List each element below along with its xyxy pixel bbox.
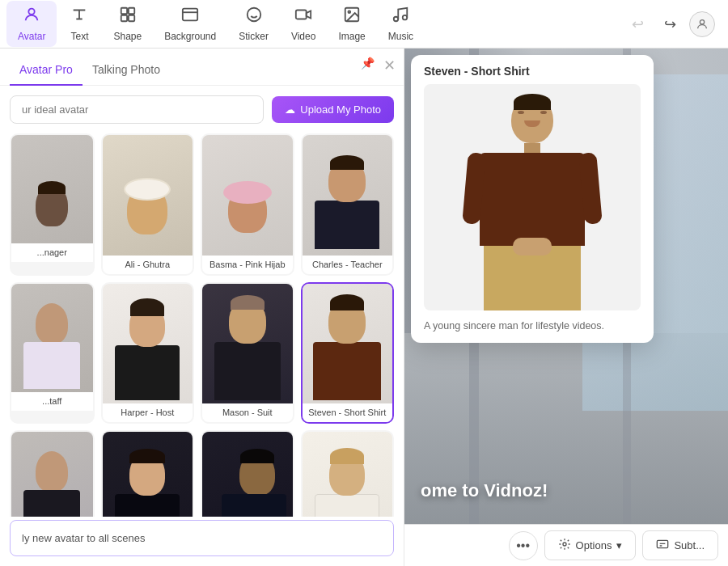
search-input[interactable] — [10, 95, 264, 124]
svg-rect-2 — [129, 8, 134, 14]
avatar-card-zion[interactable]: Zion - Suit Profile — [201, 430, 294, 517]
background-icon — [181, 6, 199, 27]
avatar-row-1: ...nager Ali - Ghutra — [10, 133, 394, 276]
toolbar-music-label: Music — [388, 31, 413, 42]
avatar-card-patrick[interactable]: Patrick - Casual — [301, 430, 395, 517]
avatar-card-partial2[interactable]: ...taff — [10, 282, 95, 424]
avatar-label-partial1: ...nager — [11, 243, 93, 262]
options-label: Options — [576, 539, 612, 551]
svg-point-12 — [700, 19, 704, 23]
toolbar-item-video[interactable]: Video — [280, 1, 327, 47]
close-icon[interactable]: ✕ — [383, 57, 396, 74]
toolbar-background-label: Background — [164, 31, 216, 42]
tab-talking-photo[interactable]: Talking Photo — [83, 55, 170, 86]
toolbar-item-music[interactable]: Music — [377, 1, 425, 47]
svg-rect-7 — [296, 11, 307, 19]
tab-avatar-pro[interactable]: Avatar Pro — [10, 55, 83, 86]
avatar-label-mason: Mason - Suit — [202, 403, 293, 422]
svg-rect-3 — [121, 15, 127, 21]
avatar-card-ali[interactable]: Ali - Ghutra — [101, 133, 195, 276]
svg-point-6 — [247, 8, 260, 22]
avatar-label-charles: Charles - Teacher — [303, 256, 393, 274]
toolbar-item-shape[interactable]: Shape — [102, 1, 153, 47]
avatar-label-steven: Steven - Short Shirt — [303, 403, 393, 422]
dots-icon: ••• — [516, 539, 530, 553]
pin-icon[interactable]: 📌 — [361, 57, 375, 70]
steven-pants — [484, 246, 581, 310]
welcome-text: ome to Vidnoz! — [421, 480, 548, 501]
svg-point-10 — [394, 17, 399, 22]
toolbar-sticker-label: Sticker — [239, 31, 269, 42]
avatar-card-partial3[interactable]: ...iness — [10, 430, 95, 517]
panel-header: Avatar Pro Talking Photo 📌 ✕ — [0, 49, 404, 86]
image-icon — [343, 6, 361, 27]
redo-button[interactable]: ↪ — [657, 11, 683, 37]
popup-title: Steven - Short Shirt — [411, 55, 654, 84]
steven-neck — [524, 143, 540, 153]
toolbar-shape-label: Shape — [113, 31, 142, 42]
avatar-card-mason[interactable]: Mason - Suit — [201, 282, 294, 424]
svg-point-9 — [348, 11, 350, 13]
toolbar-item-image[interactable]: Image — [327, 1, 376, 47]
toolbar-item-avatar[interactable]: Avatar — [6, 1, 57, 47]
toolbar-item-sticker[interactable]: Sticker — [227, 1, 280, 47]
svg-point-0 — [29, 9, 35, 15]
video-icon — [294, 6, 312, 27]
steven-head — [511, 96, 553, 143]
avatar-card-basma-casual[interactable]: Basma - Casual — [101, 430, 195, 517]
avatar-grid: ...nager Ali - Ghutra — [0, 133, 404, 517]
steven-hair — [514, 94, 551, 110]
upload-photo-button[interactable]: ☁ Upload My Photo — [272, 96, 394, 123]
canvas-bottom-bar: ••• Options ▾ Subt... — [404, 524, 728, 566]
subtitle-icon — [656, 538, 669, 553]
user-avatar-button[interactable] — [689, 11, 715, 37]
avatar-label-harper: Harper - Host — [103, 403, 193, 422]
steven-body — [480, 153, 585, 310]
sticker-icon — [245, 6, 263, 27]
avatar-card-steven[interactable]: Steven - Short Shirt — [301, 282, 395, 424]
avatar-card-harper[interactable]: Harper - Host — [101, 282, 195, 424]
steven-shirt — [480, 153, 585, 246]
svg-point-11 — [403, 15, 408, 19]
undo-button[interactable]: ↩ — [624, 11, 650, 37]
toolbar-video-label: Video — [291, 31, 315, 42]
svg-rect-1 — [121, 8, 127, 14]
avatar-icon — [23, 6, 40, 27]
avatar-label-partial2: ...taff — [11, 392, 93, 411]
avatar-label-basma-pink: Basma - Pink Hijab — [202, 256, 293, 274]
music-icon — [392, 6, 409, 27]
upload-cloud-icon: ☁ — [285, 103, 295, 116]
avatar-card-basma-pink[interactable]: Basma - Pink Hijab — [201, 133, 294, 276]
toolbar-avatar-label: Avatar — [18, 31, 45, 42]
main-area: Avatar Pro Talking Photo 📌 ✕ ☁ Upload My… — [0, 49, 728, 566]
avatar-row-3: ...iness Basma - Casual — [10, 430, 394, 517]
avatar-label-ali: Ali - Ghutra — [103, 256, 193, 274]
more-options-button[interactable]: ••• — [509, 531, 538, 560]
shape-icon — [119, 6, 137, 27]
toolbar-item-text[interactable]: Text — [57, 1, 102, 47]
text-icon — [70, 6, 88, 27]
subtitle-label: Subt... — [674, 539, 705, 551]
options-icon — [558, 538, 571, 553]
steven-avatar-figure — [455, 88, 609, 310]
bottom-notice: ly new avatar to all scenes — [10, 520, 394, 556]
main-toolbar: Avatar Text Shape Background — [0, 0, 728, 49]
chevron-down-icon: ▾ — [616, 539, 622, 551]
popup-description: A young sincere man for lifestyle videos… — [411, 320, 654, 343]
toolbar-item-background[interactable]: Background — [153, 1, 227, 47]
svg-rect-5 — [183, 9, 197, 21]
toolbar-image-label: Image — [338, 31, 365, 42]
search-area: ☁ Upload My Photo — [0, 86, 404, 133]
svg-rect-4 — [129, 15, 134, 21]
toolbar-text-label: Text — [70, 31, 88, 42]
options-button[interactable]: Options ▾ — [544, 530, 637, 560]
canvas-area: ome to Vidnoz! Steven - Short Shirt — [404, 49, 728, 566]
avatar-row-2: ...taff Harper - Host — [10, 282, 394, 424]
avatar-detail-popup: Steven - Short Shirt — [411, 55, 654, 343]
popup-avatar-image — [424, 84, 641, 310]
subtitle-button[interactable]: Subt... — [642, 530, 718, 560]
avatar-card-partial1[interactable]: ...nager — [10, 133, 95, 276]
svg-point-13 — [563, 543, 566, 546]
left-panel: Avatar Pro Talking Photo 📌 ✕ ☁ Upload My… — [0, 49, 404, 566]
avatar-card-charles[interactable]: Charles - Teacher — [301, 133, 395, 276]
